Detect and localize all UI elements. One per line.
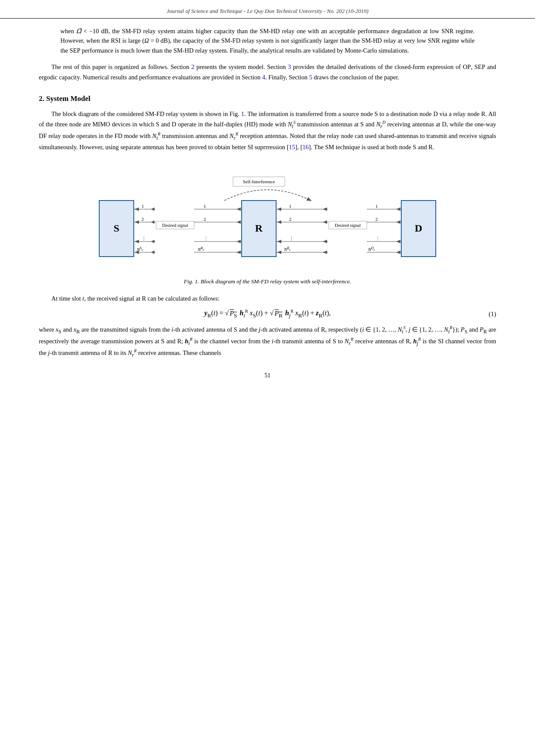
svg-text:NRr: NRr xyxy=(197,246,205,252)
equation-1-block: yR(t) = √PS hiR xS(t) + √PR hjR xR(t) + … xyxy=(39,309,496,319)
svg-text:S: S xyxy=(113,223,119,234)
svg-marker-11 xyxy=(151,251,154,254)
svg-marker-41 xyxy=(323,207,327,211)
svg-text:1: 1 xyxy=(375,204,378,209)
svg-text:2: 2 xyxy=(142,216,144,222)
svg-marker-31 xyxy=(236,240,241,243)
svg-text:NRt: NRt xyxy=(283,246,290,252)
section2-heading: 2. System Model xyxy=(39,94,496,103)
svg-marker-44 xyxy=(323,251,327,254)
body-paragraph-2: The block diagram of the considered SM-F… xyxy=(39,109,496,152)
svg-marker-45 xyxy=(277,207,281,211)
svg-text:⋮: ⋮ xyxy=(204,236,208,241)
page: Journal of Science and Technique - Le Qu… xyxy=(0,0,535,756)
svg-text:1: 1 xyxy=(142,204,144,209)
equation-1-number: (1) xyxy=(489,311,497,318)
svg-marker-29 xyxy=(236,207,241,211)
ref-fig1[interactable]: 1 xyxy=(241,110,244,117)
body-paragraph-4: where xS and xR are the transmitted sign… xyxy=(39,324,496,359)
svg-marker-62 xyxy=(396,220,400,224)
svg-marker-61 xyxy=(396,207,400,211)
page-content: when Ω̃ < −10 dB, the SM-FD relay system… xyxy=(0,26,535,359)
ref-section3[interactable]: 3 xyxy=(288,63,291,70)
abstract-text: when Ω̃ < −10 dB, the SM-FD relay system… xyxy=(60,28,475,54)
ref-15[interactable]: 15 xyxy=(289,144,296,151)
svg-text:Self-Interference: Self-Interference xyxy=(243,179,275,184)
svg-marker-64 xyxy=(396,251,400,254)
svg-marker-9 xyxy=(151,220,154,224)
body-paragraph-1: The rest of this paper is organized as f… xyxy=(39,62,496,82)
svg-marker-63 xyxy=(396,240,400,243)
svg-marker-43 xyxy=(323,240,327,243)
equation-1: yR(t) = √PS hiR xS(t) + √PR hjR xR(t) + … xyxy=(204,309,330,319)
ref-16[interactable]: 16 xyxy=(302,144,309,151)
journal-title: Journal of Science and Technique - Le Qu… xyxy=(167,8,368,14)
svg-text:Desired signal: Desired signal xyxy=(162,223,188,228)
svg-marker-19 xyxy=(135,240,139,243)
svg-marker-17 xyxy=(135,207,139,211)
figure-1-caption: Fig. 1. Block diagram of the SM-FD relay… xyxy=(184,278,351,285)
journal-header: Journal of Science and Technique - Le Qu… xyxy=(0,0,535,19)
ref-section5[interactable]: 5 xyxy=(309,74,312,81)
svg-marker-18 xyxy=(135,220,139,224)
para3-text: At time slot t, the received signal at R… xyxy=(51,295,220,302)
svg-text:2: 2 xyxy=(289,216,292,222)
svg-text:R: R xyxy=(255,223,263,234)
svg-text:2: 2 xyxy=(204,216,206,222)
svg-marker-47 xyxy=(277,240,281,243)
figure-1-diagram: Self-Interference S 1 2 xyxy=(91,175,444,274)
svg-text:Desired signal: Desired signal xyxy=(335,223,361,228)
svg-text:2: 2 xyxy=(375,216,378,222)
figure-1-area: Self-Interference S 1 2 xyxy=(39,164,496,285)
svg-text:1: 1 xyxy=(204,204,206,209)
svg-marker-30 xyxy=(236,220,241,224)
fig-caption-text: Fig. 1. Block diagram of the SM-FD relay… xyxy=(184,278,351,285)
ref-section4[interactable]: 4 xyxy=(262,74,265,81)
svg-text:⋮: ⋮ xyxy=(289,236,294,241)
page-number: 51 xyxy=(0,372,535,388)
svg-marker-46 xyxy=(277,220,281,224)
svg-marker-48 xyxy=(277,251,281,254)
svg-text:NDr: NDr xyxy=(368,246,375,252)
svg-marker-32 xyxy=(236,251,241,254)
page-number-text: 51 xyxy=(264,372,271,379)
svg-text:⋮: ⋮ xyxy=(375,236,380,241)
svg-text:NSr: NSr xyxy=(136,246,143,252)
svg-text:D: D xyxy=(415,223,422,234)
svg-text:⋮: ⋮ xyxy=(142,236,146,241)
svg-marker-10 xyxy=(151,240,154,243)
section2-title: 2. System Model xyxy=(39,94,90,103)
body-paragraph-3: At time slot t, the received signal at R… xyxy=(39,294,496,304)
abstract-paragraph: when Ω̃ < −10 dB, the SM-FD relay system… xyxy=(39,26,496,55)
svg-marker-8 xyxy=(151,207,154,211)
svg-text:1: 1 xyxy=(289,204,292,209)
ref-section2[interactable]: 2 xyxy=(191,63,194,70)
svg-marker-42 xyxy=(323,220,327,224)
